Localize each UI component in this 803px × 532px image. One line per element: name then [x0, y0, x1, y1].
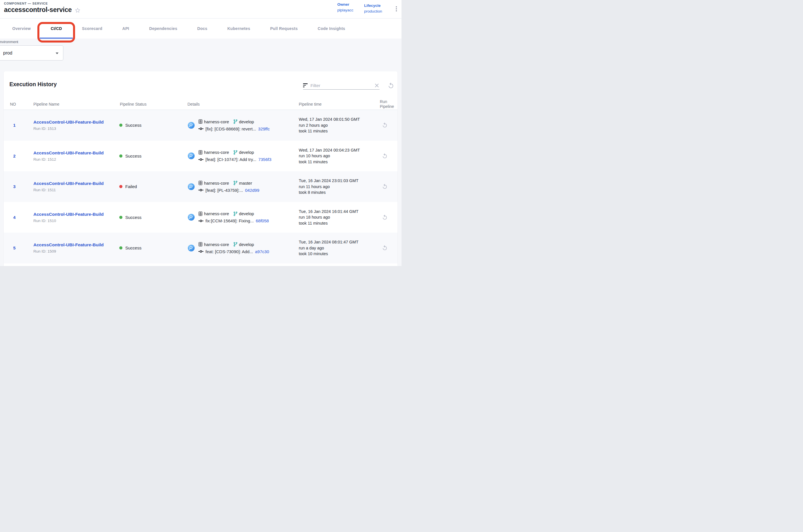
repo-name: harness-core	[204, 119, 229, 124]
more-options-kebab-icon[interactable]	[395, 5, 398, 13]
pipeline-time-cell: Wed, 17 Jan 2024 08:01:50 GMT run 2 hour…	[290, 116, 372, 134]
table-row: 3 AccessControl-UBI-Feature-Build Run ID…	[4, 171, 398, 202]
status-dot	[119, 185, 122, 188]
status-label: Failed	[125, 184, 137, 189]
run-pipeline-button[interactable]	[382, 184, 388, 190]
ci-module-icon[interactable]	[188, 183, 195, 190]
time-took: took 8 minutes	[299, 190, 372, 195]
repository-icon	[198, 150, 203, 155]
refresh-icon[interactable]	[387, 82, 394, 89]
pipeline-time-cell: Tue, 16 Jan 2024 23:01:03 GMT run 11 hou…	[290, 178, 372, 195]
commit-message: [fix]: [CDS-88669]: revert...	[206, 127, 256, 131]
row-number: 4	[4, 215, 25, 220]
pipeline-status-cell: Success	[112, 154, 179, 158]
details-cell: harness-core develop	[179, 211, 290, 223]
pipeline-name-link[interactable]: AccessControl-UBI-Feature-Build	[33, 181, 103, 186]
run-pipeline-button[interactable]	[382, 153, 388, 159]
ci-module-icon[interactable]	[188, 245, 195, 251]
time-took: took 11 minutes	[299, 159, 372, 165]
tab-ci-cd[interactable]: CI/CD	[41, 19, 72, 39]
run-id: Run ID: 1510	[33, 218, 112, 223]
col-header-pipeline-time: Pipeline time	[290, 102, 372, 107]
commit-hash-link[interactable]: 042d99	[245, 188, 260, 193]
ci-module-icon[interactable]	[188, 214, 195, 221]
col-header-pipeline-status: Pipeline Status	[112, 102, 179, 107]
pipeline-status-cell: Success	[112, 123, 179, 128]
repo-name: harness-core	[204, 150, 229, 155]
run-id: Run ID: 1511	[33, 188, 112, 192]
owner-link[interactable]: plplayacc	[337, 8, 353, 12]
commit-hash-link[interactable]: a97c30	[255, 249, 269, 254]
repo-name: harness-core	[204, 211, 229, 216]
repository-icon	[198, 242, 203, 247]
tab-api[interactable]: API	[112, 19, 139, 39]
git-branch-icon	[233, 242, 238, 247]
run-pipeline-button[interactable]	[382, 214, 388, 220]
time-date: Wed, 17 Jan 2024 00:04:23 GMT	[299, 147, 372, 153]
branch-name: develop	[239, 242, 254, 247]
tab-pull-requests[interactable]: Pull Requests	[260, 19, 308, 39]
branch-name: master	[239, 180, 252, 186]
lifecycle-link[interactable]: production	[364, 9, 382, 14]
tab-dependencies[interactable]: Dependencies	[139, 19, 188, 39]
environment-select[interactable]: prod	[0, 45, 63, 60]
status-label: Success	[125, 215, 141, 220]
commit-icon	[198, 188, 204, 192]
col-header-run-pipeline: Run Pipeline	[372, 99, 398, 109]
time-ago: run 11 hours ago	[299, 184, 372, 190]
time-ago: run a day ago	[299, 245, 372, 251]
chevron-down-icon	[56, 53, 58, 54]
tab-kubernetes[interactable]: Kubernetes	[217, 19, 260, 39]
run-id: Run ID: 1509	[33, 249, 112, 253]
active-tab-indicator	[40, 38, 73, 39]
pipeline-name-link[interactable]: AccessControl-UBI-Feature-Build	[33, 242, 103, 247]
col-header-no: NO	[4, 102, 25, 107]
pipeline-name-link[interactable]: AccessControl-UBI-Feature-Build	[33, 119, 103, 125]
tab-docs[interactable]: Docs	[187, 19, 217, 39]
table-body: 1 AccessControl-UBI-Feature-Build Run ID…	[4, 110, 398, 263]
repo-name: harness-core	[204, 180, 229, 186]
filter-input[interactable]	[310, 83, 374, 88]
pipeline-time-cell: Wed, 17 Jan 2024 00:04:23 GMT run 10 hou…	[290, 147, 372, 165]
component-service-page: COMPONENT — SERVICE accesscontrol-servic…	[0, 0, 402, 266]
tab-code-insights[interactable]: Code Insights	[308, 19, 355, 39]
row-number: 2	[4, 154, 25, 158]
time-date: Tue, 16 Jan 2024 16:01:44 GMT	[299, 209, 372, 215]
pipeline-name-link[interactable]: AccessControl-UBI-Feature-Build	[33, 212, 103, 217]
repository-icon	[198, 180, 203, 185]
git-branch-icon	[233, 119, 238, 124]
clear-filter-icon[interactable]	[374, 83, 380, 88]
environment-value: prod	[3, 51, 12, 56]
col-header-pipeline-name: Pipeline Name	[25, 102, 112, 107]
pipeline-time-cell: Tue, 16 Jan 2024 08:01:47 GMT run a day …	[290, 239, 372, 257]
pipeline-name-link[interactable]: AccessControl-UBI-Feature-Build	[33, 150, 103, 155]
commit-hash-link[interactable]: 7356f3	[258, 157, 271, 162]
time-took: took 11 minutes	[299, 128, 372, 134]
tab-scorecard[interactable]: Scorecard	[72, 19, 112, 39]
run-id: Run ID: 1512	[33, 157, 112, 162]
lifecycle-label: Lifecycle	[364, 3, 382, 8]
run-pipeline-button[interactable]	[382, 122, 388, 128]
time-took: took 10 minutes	[299, 251, 372, 257]
commit-icon	[198, 219, 204, 223]
pipeline-status-cell: Success	[112, 245, 179, 250]
commit-message: [feat]: [CI-10747]: Add try...	[206, 157, 256, 162]
commit-hash-link[interactable]: 68f058	[256, 218, 269, 223]
status-dot	[119, 124, 122, 127]
filter-icon	[303, 83, 308, 88]
environment-label: Environment	[0, 40, 18, 44]
commit-message: feat: [CDS-73090]: Add...	[206, 249, 253, 254]
commit-icon	[198, 158, 204, 161]
row-number: 5	[4, 245, 25, 250]
ci-module-icon[interactable]	[188, 122, 195, 129]
repo-name: harness-core	[204, 242, 229, 247]
lifecycle-meta: Lifecycle production	[364, 3, 382, 14]
details-cell: harness-core master	[179, 180, 290, 193]
tab-overview[interactable]: Overview	[2, 19, 41, 39]
run-pipeline-button[interactable]	[382, 245, 388, 251]
details-cell: harness-core develop	[179, 119, 290, 131]
favorite-star-icon[interactable]	[75, 7, 80, 13]
commit-hash-link[interactable]: 329ffc	[258, 127, 270, 131]
ci-module-icon[interactable]	[188, 152, 195, 159]
card-title: Execution History	[9, 81, 57, 88]
